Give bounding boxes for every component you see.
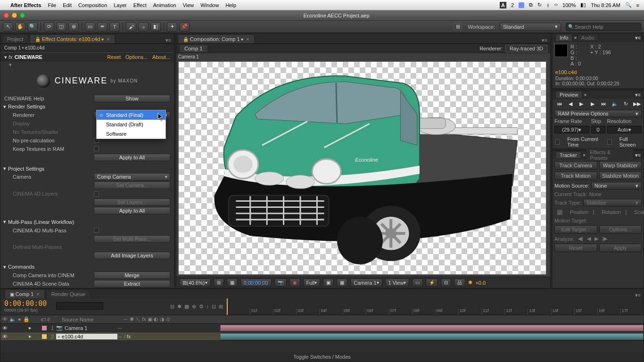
view-count-dropdown[interactable]: 1 View ▾ — [385, 279, 410, 287]
tracker-options-button[interactable]: Options... — [599, 225, 642, 234]
extract-button[interactable]: Extract — [94, 280, 170, 288]
sync-icon[interactable]: ↻ — [537, 2, 542, 8]
dropdown-option-standard-draft[interactable]: Standard (Draft) — [97, 120, 165, 129]
keep-textures-checkbox[interactable] — [94, 146, 99, 151]
clone-tool-icon[interactable]: ⟐ — [138, 22, 149, 32]
menu-help[interactable]: Help — [225, 2, 236, 8]
set-camera-button[interactable]: Set Camera... — [94, 181, 170, 189]
motion-source-dropdown[interactable]: None▾ — [591, 182, 642, 189]
window-minimize-icon[interactable] — [12, 13, 17, 18]
tracker-apply-button[interactable]: Apply — [599, 244, 642, 252]
comp-chip[interactable]: Comp 1 — [179, 44, 208, 53]
ram-preview-options-dropdown[interactable]: RAM Preview Options▾ — [554, 110, 642, 117]
next-frame-icon[interactable]: ▶ — [589, 101, 596, 107]
first-frame-icon[interactable]: ⏮ — [555, 101, 563, 107]
set-layers-button[interactable]: Set Layers... — [94, 198, 170, 206]
multipass-section[interactable]: Multi-Pass (Linear Workflow) — [8, 219, 74, 225]
dropdown-option-standard-final[interactable]: Standard (Final) — [97, 110, 165, 120]
mute-icon[interactable]: 🔈 — [611, 101, 619, 107]
menu-extras-icon[interactable]: ≡ — [636, 2, 639, 8]
resolution-dropdown[interactable]: Full ▾ — [303, 279, 321, 287]
playhead-icon[interactable] — [227, 298, 228, 315]
exposure-star-icon[interactable]: ✱ — [468, 280, 472, 286]
clock[interactable]: Thu 8:26 AM — [591, 2, 620, 8]
flowchart-icon[interactable]: 品 — [454, 279, 465, 287]
tab-timeline-comp[interactable]: ▣ Comp 1× — [5, 289, 45, 298]
set-multipass-button[interactable]: Set Multi-Pass... — [94, 235, 170, 243]
track-camera-button[interactable]: Track Camera — [554, 161, 597, 170]
resolution-icon[interactable]: ⊞ — [214, 279, 224, 287]
merge-button[interactable]: Merge — [94, 272, 170, 279]
position-checkbox[interactable]: ✓ — [557, 210, 562, 215]
tracker-menu-icon[interactable]: ▾≡ — [635, 152, 641, 158]
menu-composition[interactable]: Composition — [78, 2, 107, 8]
menu-effect[interactable]: Effect — [133, 2, 147, 8]
tl-icon-5[interactable]: ⚙ — [199, 304, 204, 310]
source-name-header[interactable]: Source Name — [62, 317, 123, 322]
preview-menu-icon[interactable]: ▾≡ — [635, 92, 641, 98]
tracker-reset-button[interactable]: Reset — [554, 244, 597, 252]
menu-file[interactable]: File — [48, 2, 56, 8]
camera-tool-icon[interactable]: ◫ — [56, 22, 66, 32]
layer-color-chip[interactable] — [42, 334, 47, 339]
stabilize-motion-button[interactable]: Stabilize Motion — [599, 172, 642, 180]
toggle-switches-button[interactable]: Toggle Switches / Modes — [293, 354, 351, 360]
info-menu-icon[interactable]: ▾≡ — [635, 35, 641, 41]
analyze-fwd-step-icon[interactable]: |▶ — [602, 236, 607, 242]
tab-info[interactable]: Info — [555, 34, 572, 41]
analyze-back-icon[interactable]: ◀ — [587, 236, 591, 242]
eraser-tool-icon[interactable]: ◧ — [150, 22, 161, 32]
menu-animation[interactable]: Animation — [153, 2, 176, 8]
fast-preview-icon[interactable]: ⚡ — [426, 279, 438, 287]
rotation-tool-icon[interactable]: ⟳ — [44, 22, 54, 32]
view-camera-dropdown[interactable]: Camera 1 ▾ — [350, 279, 382, 287]
viewport[interactable]: Camera 1 — [176, 53, 550, 277]
dropbox-icon[interactable]: ⧉ — [529, 2, 533, 8]
zoom-tool-icon[interactable]: 🔍 — [27, 22, 38, 32]
analyze-fwd-icon[interactable]: ▶ — [594, 236, 598, 242]
tab-effect-controls[interactable]: 🔒 Effect Controls: e100.c4d ▾× — [30, 34, 115, 43]
render-settings-section[interactable]: Render Settings — [8, 104, 45, 109]
effect-about-link[interactable]: About... — [152, 54, 170, 60]
prev-frame-icon[interactable]: ◀ — [567, 101, 574, 107]
commands-section[interactable]: Commands — [8, 264, 34, 270]
menu-app[interactable]: After Effects — [10, 2, 41, 8]
search-help-input[interactable]: Search Help — [566, 23, 641, 31]
renderer-indicator[interactable]: Renderer: Ray-traced 3D — [479, 45, 547, 52]
tl-icon-4[interactable]: ⊕ — [192, 304, 196, 310]
tab-preview[interactable]: Preview — [555, 91, 582, 99]
exposure-value[interactable]: +0.0 — [475, 280, 486, 286]
tab-tracker[interactable]: Tracker — [555, 151, 581, 159]
menu-layer[interactable]: Layer — [114, 2, 127, 8]
from-current-checkbox[interactable] — [555, 140, 560, 145]
layer-row-e100[interactable]: 👁 ▸ 2 ▫e100.c4d ↔/fx — [0, 332, 644, 341]
transparency-toggle-icon[interactable]: ▦ — [227, 279, 238, 287]
brush-tool-icon[interactable]: 🖌 — [126, 22, 136, 32]
pan-behind-tool-icon[interactable]: ⊕ — [68, 22, 79, 32]
ram-preview-icon[interactable]: ▶▶ — [633, 101, 641, 107]
warp-stabilizer-button[interactable]: Warp Stabilizer — [599, 161, 642, 170]
eye-icon[interactable]: 👁 — [2, 334, 8, 339]
workspace-dropdown[interactable]: Standard▾ — [500, 23, 561, 31]
tl-icon-6[interactable]: ↕ — [206, 304, 209, 309]
tl-icon-7[interactable]: ⊡ — [212, 304, 216, 310]
roi-icon[interactable]: ▣ — [323, 279, 334, 287]
scale-checkbox[interactable] — [626, 210, 627, 215]
timeline-search-input[interactable] — [56, 302, 103, 310]
selection-tool-icon[interactable]: ↖ — [3, 22, 13, 32]
skip-input[interactable]: 0 — [591, 126, 605, 133]
apply-to-all-button-2[interactable]: Apply to All — [94, 207, 170, 214]
timeline-timecode[interactable]: 0:00:00:00 — [4, 299, 47, 308]
frame-rate-input[interactable]: (29.97)▾ — [554, 126, 589, 133]
analyze-back-step-icon[interactable]: ◀| — [578, 236, 583, 242]
tl-icon-1[interactable]: ⊟ — [170, 304, 174, 310]
comp-canvas[interactable]: Econoline — [178, 61, 546, 275]
type-tool-icon[interactable]: T — [109, 22, 120, 32]
layer-duration-bar[interactable] — [220, 333, 644, 340]
tab-render-queue[interactable]: Render Queue — [46, 289, 91, 298]
zoom-dropdown[interactable]: ▥ (40.6%) ▾ — [179, 279, 211, 287]
rectangle-tool-icon[interactable]: ▭ — [85, 22, 95, 32]
comp-panel-menu-icon[interactable]: ▾≡ — [542, 37, 547, 43]
rotation-checkbox[interactable] — [593, 210, 594, 215]
channel-icon[interactable]: ◉ — [289, 279, 300, 287]
